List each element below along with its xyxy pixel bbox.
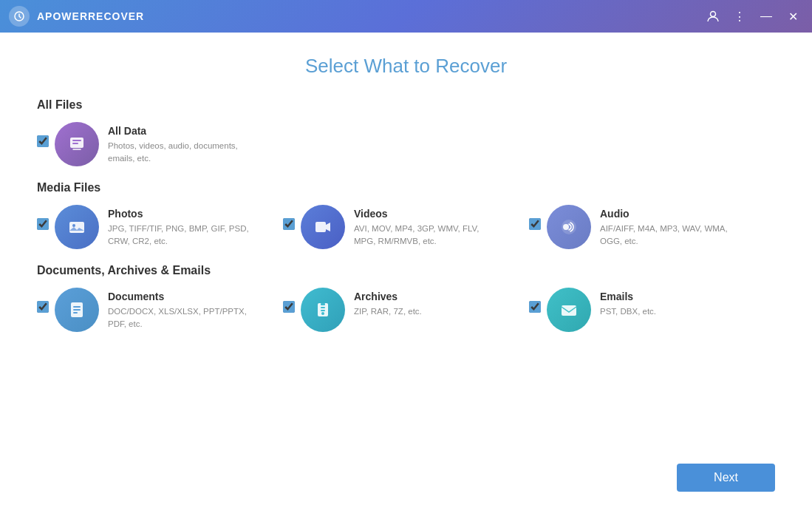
- section-label-all-files: All Files: [37, 98, 775, 112]
- checkbox-audio[interactable]: [529, 218, 541, 230]
- section-all-files: All Files All Data Photos, videos, aud: [37, 98, 775, 166]
- item-info-all-data: All Data Photos, videos, audio, document…: [108, 122, 256, 166]
- section-media-files: Media Files Photos JPG, TIFF/TIF, PNG, B…: [37, 181, 775, 249]
- file-item-audio: Audio AIF/AIFF, M4A, MP3, WAV, WMA, OGG,…: [529, 205, 775, 249]
- items-row-docs: Documents DOC/DOCX, XLS/XLSX, PPT/PPTX, …: [37, 288, 775, 332]
- icon-archives: [301, 288, 345, 332]
- file-item-photos: Photos JPG, TIFF/TIF, PNG, BMP, GIF, PSD…: [37, 205, 283, 249]
- svg-rect-3: [72, 140, 81, 141]
- svg-rect-14: [321, 303, 325, 305]
- checkbox-documents[interactable]: [37, 301, 49, 313]
- item-name-photos: Photos: [108, 208, 256, 220]
- item-desc-archives: ZIP, RAR, 7Z, etc.: [354, 305, 422, 318]
- item-name-videos: Videos: [354, 208, 502, 220]
- icon-all-data: [55, 122, 99, 166]
- icon-videos: [301, 205, 345, 249]
- icon-photos: [55, 205, 99, 249]
- user-button[interactable]: [703, 6, 723, 27]
- more-icon: ⋮: [734, 10, 746, 24]
- svg-rect-12: [73, 312, 78, 313]
- bottom-bar: Next: [0, 456, 812, 505]
- svg-rect-5: [69, 222, 84, 233]
- item-name-all-data: All Data: [108, 125, 256, 137]
- svg-point-6: [72, 224, 75, 227]
- icon-emails: [547, 288, 591, 332]
- checkbox-archives[interactable]: [283, 301, 295, 313]
- icon-audio: [547, 205, 591, 249]
- icon-documents: [55, 288, 99, 332]
- items-row-all-files: All Data Photos, videos, audio, document…: [37, 122, 775, 166]
- items-row-media-files: Photos JPG, TIFF/TIF, PNG, BMP, GIF, PSD…: [37, 205, 775, 249]
- checkbox-wrap-archives[interactable]: [283, 301, 295, 316]
- item-info-documents: Documents DOC/DOCX, XLS/XLSX, PPT/PPTX, …: [108, 288, 256, 331]
- svg-rect-11: [73, 309, 81, 311]
- app-title: APOWERRECOVER: [37, 10, 703, 22]
- checkbox-wrap-all-data[interactable]: [37, 135, 49, 150]
- checkbox-wrap-videos[interactable]: [283, 218, 295, 233]
- next-button[interactable]: Next: [677, 464, 775, 492]
- window-controls: ⋮ — ✕: [703, 6, 803, 27]
- svg-point-1: [711, 12, 716, 17]
- item-desc-videos: AVI, MOV, MP4, 3GP, WMV, FLV, MPG, RM/RM…: [354, 223, 502, 248]
- item-info-photos: Photos JPG, TIFF/TIF, PNG, BMP, GIF, PSD…: [108, 205, 256, 248]
- minimize-icon: —: [760, 10, 772, 23]
- svg-point-17: [321, 312, 324, 315]
- checkbox-wrap-documents[interactable]: [37, 301, 49, 316]
- app-logo: [9, 6, 30, 27]
- file-item-all-data: All Data Photos, videos, audio, document…: [37, 122, 288, 166]
- item-name-emails: Emails: [600, 291, 656, 302]
- svg-rect-7: [315, 222, 326, 232]
- main-content: Select What to Recover All Files All: [0, 33, 812, 456]
- close-button[interactable]: ✕: [782, 6, 803, 27]
- checkbox-emails[interactable]: [529, 301, 541, 313]
- section-label-docs: Documents, Archives & Emails: [37, 264, 775, 277]
- item-desc-emails: PST, DBX, etc.: [600, 305, 656, 318]
- checkbox-wrap-emails[interactable]: [529, 301, 541, 316]
- page-title: Select What to Recover: [37, 55, 775, 78]
- checkbox-wrap-photos[interactable]: [37, 218, 49, 233]
- checkbox-videos[interactable]: [283, 218, 295, 230]
- file-item-documents: Documents DOC/DOCX, XLS/XLSX, PPT/PPTX, …: [37, 288, 283, 332]
- minimize-button[interactable]: —: [756, 6, 777, 27]
- file-item-archives: Archives ZIP, RAR, 7Z, etc.: [283, 288, 529, 332]
- close-icon: ✕: [788, 10, 798, 24]
- file-item-emails: Emails PST, DBX, etc.: [529, 288, 775, 332]
- item-info-audio: Audio AIF/AIFF, M4A, MP3, WAV, WMA, OGG,…: [600, 205, 748, 248]
- item-name-audio: Audio: [600, 208, 748, 220]
- item-info-videos: Videos AVI, MOV, MP4, 3GP, WMV, FLV, MPG…: [354, 205, 502, 248]
- file-item-videos: Videos AVI, MOV, MP4, 3GP, WMV, FLV, MPG…: [283, 205, 529, 249]
- item-name-archives: Archives: [354, 291, 422, 302]
- item-name-documents: Documents: [108, 291, 256, 302]
- checkbox-all-data[interactable]: [37, 135, 49, 147]
- titlebar: APOWERRECOVER ⋮ — ✕: [0, 0, 812, 33]
- svg-rect-16: [321, 310, 325, 311]
- svg-rect-10: [73, 306, 81, 308]
- item-info-archives: Archives ZIP, RAR, 7Z, etc.: [354, 288, 422, 318]
- checkbox-photos[interactable]: [37, 218, 49, 230]
- item-desc-photos: JPG, TIFF/TIF, PNG, BMP, GIF, PSD, CRW, …: [108, 223, 256, 248]
- section-label-media-files: Media Files: [37, 181, 775, 194]
- item-info-emails: Emails PST, DBX, etc.: [600, 288, 656, 318]
- svg-rect-4: [72, 143, 78, 144]
- item-desc-all-data: Photos, videos, audio, documents, emails…: [108, 140, 256, 166]
- svg-rect-18: [562, 305, 576, 316]
- section-docs-archives-emails: Documents, Archives & Emails Documents: [37, 264, 775, 332]
- item-desc-documents: DOC/DOCX, XLS/XLSX, PPT/PPTX, PDF, etc.: [108, 305, 256, 331]
- item-desc-audio: AIF/AIFF, M4A, MP3, WAV, WMA, OGG, etc.: [600, 223, 748, 248]
- checkbox-wrap-audio[interactable]: [529, 218, 541, 233]
- svg-rect-15: [321, 307, 325, 308]
- more-button[interactable]: ⋮: [729, 6, 750, 27]
